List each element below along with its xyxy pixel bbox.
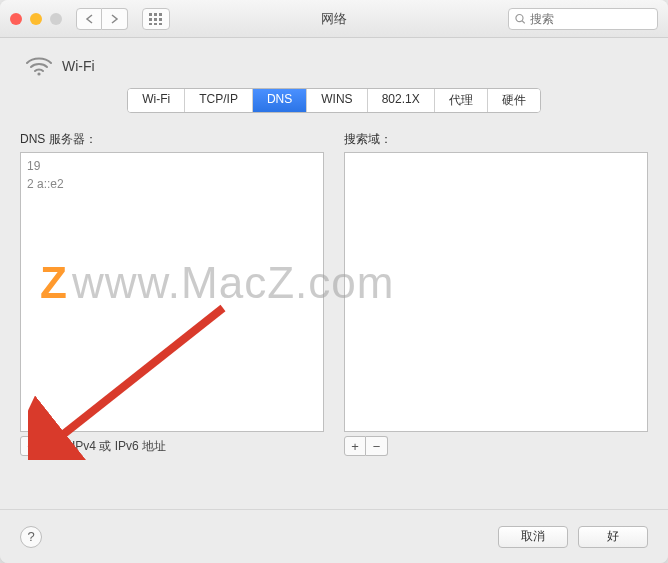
dns-panel-footer: + − IPv4 或 IPv6 地址	[20, 436, 324, 456]
search-plusminus: + −	[344, 436, 388, 456]
search-remove-button[interactable]: −	[366, 436, 388, 456]
panels: DNS 服务器： 192 a::e2 + − IPv4 或 IPv6 地址 搜索…	[20, 131, 648, 456]
grid-icon	[149, 13, 163, 25]
svg-point-11	[37, 72, 40, 75]
dns-remove-button[interactable]: −	[42, 436, 64, 456]
window-controls	[10, 13, 62, 25]
wifi-icon	[26, 56, 52, 76]
dns-servers-panel: DNS 服务器： 192 a::e2 + − IPv4 或 IPv6 地址	[20, 131, 324, 456]
forward-button[interactable]	[102, 8, 128, 30]
back-button[interactable]	[76, 8, 102, 30]
svg-rect-2	[159, 13, 162, 16]
svg-rect-0	[149, 13, 152, 16]
search-field[interactable]	[508, 8, 658, 30]
show-all-button[interactable]	[142, 8, 170, 30]
network-header: Wi-Fi	[26, 56, 648, 76]
search-icon	[515, 13, 526, 25]
dns-plusminus: + −	[20, 436, 64, 456]
network-name: Wi-Fi	[62, 58, 95, 74]
search-panel-footer: + −	[344, 436, 648, 456]
cancel-button[interactable]: 取消	[498, 526, 568, 548]
svg-rect-7	[154, 23, 157, 25]
search-domains-panel: 搜索域： + −	[344, 131, 648, 456]
svg-line-10	[522, 20, 525, 23]
dns-footer-note: IPv4 或 IPv6 地址	[72, 438, 166, 455]
svg-rect-1	[154, 13, 157, 16]
search-domains-label: 搜索域：	[344, 131, 648, 148]
search-domains-list[interactable]	[344, 152, 648, 432]
chevron-right-icon	[110, 14, 119, 24]
ok-button[interactable]: 好	[578, 526, 648, 548]
tab-tcpip[interactable]: TCP/IP	[185, 89, 253, 112]
tab-[interactable]: 硬件	[488, 89, 540, 112]
svg-rect-8	[159, 23, 162, 25]
tab-[interactable]: 代理	[435, 89, 488, 112]
tab-wifi[interactable]: Wi-Fi	[128, 89, 185, 112]
tab-8021x[interactable]: 802.1X	[368, 89, 435, 112]
search-input[interactable]	[530, 12, 651, 26]
svg-rect-4	[154, 18, 157, 21]
tab-dns[interactable]: DNS	[253, 89, 307, 112]
list-item[interactable]: 2 a::e2	[27, 175, 317, 193]
chevron-left-icon	[85, 14, 94, 24]
dns-servers-list[interactable]: 192 a::e2	[20, 152, 324, 432]
tab-wins[interactable]: WINS	[307, 89, 367, 112]
close-window-button[interactable]	[10, 13, 22, 25]
minimize-window-button[interactable]	[30, 13, 42, 25]
svg-point-9	[516, 14, 523, 21]
svg-rect-3	[149, 18, 152, 21]
dns-servers-label: DNS 服务器：	[20, 131, 324, 148]
preferences-window: 网络 Wi-Fi Wi-FiTCP/IPDNSWINS802.1X代理硬件 DN…	[0, 0, 668, 563]
bottom-bar: ? 取消 好	[0, 509, 668, 563]
search-add-button[interactable]: +	[344, 436, 366, 456]
content-area: Wi-Fi Wi-FiTCP/IPDNSWINS802.1X代理硬件 DNS 服…	[0, 38, 668, 470]
tab-bar: Wi-FiTCP/IPDNSWINS802.1X代理硬件	[127, 88, 540, 113]
help-button[interactable]: ?	[20, 526, 42, 548]
zoom-window-button[interactable]	[50, 13, 62, 25]
list-item[interactable]: 19	[27, 157, 317, 175]
dns-add-button[interactable]: +	[20, 436, 42, 456]
titlebar: 网络	[0, 0, 668, 38]
svg-rect-5	[159, 18, 162, 21]
svg-rect-6	[149, 23, 152, 25]
nav-buttons	[76, 8, 128, 30]
